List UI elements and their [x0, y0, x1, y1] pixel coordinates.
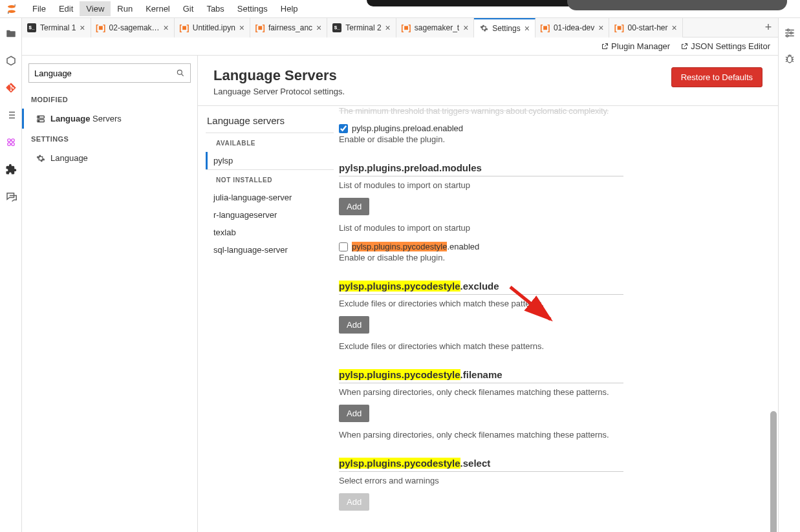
tab-untitled-ipyn[interactable]: [■]Untitled.ipyn×	[175, 18, 250, 37]
settings-search[interactable]	[28, 63, 191, 83]
terminal-icon: $_	[332, 23, 341, 32]
subnav-item-pylsp[interactable]: pylsp	[206, 152, 334, 169]
sidebar-item-label: Language	[50, 153, 88, 163]
pycodestyle-exclude-desc: Exclude files or directories which match…	[339, 299, 759, 308]
svg-point-11	[39, 116, 39, 117]
chat-icon[interactable]	[5, 190, 17, 203]
activity-bar-left	[0, 18, 22, 532]
section-modified: MODIFIED	[22, 89, 197, 109]
svg-point-12	[39, 120, 39, 121]
search-icon	[176, 69, 185, 78]
tab-terminal-1[interactable]: $_Terminal 1×	[22, 18, 91, 37]
truncated-text: The minimum threshold that triggers warn…	[334, 106, 759, 120]
svg-point-5	[11, 139, 14, 142]
svg-point-8	[177, 70, 182, 74]
svg-point-17	[787, 56, 792, 63]
close-icon[interactable]: ×	[239, 23, 244, 32]
folder-icon[interactable]	[5, 27, 17, 40]
close-icon[interactable]: ×	[524, 24, 530, 33]
add-button[interactable]: Add	[339, 493, 369, 511]
tab-02-sagemak-[interactable]: [■]02-sagemak…×	[91, 18, 175, 37]
extensions-icon[interactable]	[5, 163, 17, 176]
tab-sagemaker-t[interactable]: [■]sagemaker_t×	[396, 18, 475, 37]
menu-file[interactable]: File	[26, 1, 52, 16]
svg-point-6	[7, 143, 10, 146]
json-settings-editor-link[interactable]: JSON Settings Editor	[680, 41, 770, 51]
brain-icon[interactable]	[5, 136, 17, 149]
svg-point-15	[790, 32, 792, 34]
property-inspector-icon[interactable]	[784, 27, 795, 39]
tab-terminal-2[interactable]: $_Terminal 2×	[327, 18, 396, 37]
list-icon[interactable]	[5, 109, 17, 122]
preload-enabled-help: Enable or disable the plugin.	[339, 134, 759, 144]
settings-sidebar: MODIFIED Language Servers SETTINGS Langu…	[22, 56, 198, 532]
close-icon[interactable]: ×	[463, 23, 468, 32]
close-icon[interactable]: ×	[80, 23, 85, 32]
svg-point-7	[11, 143, 14, 146]
tab-label: sagemaker_t	[415, 23, 459, 32]
tab-settings[interactable]: Settings×	[474, 18, 535, 37]
svg-point-1	[8, 10, 16, 13]
menu-view[interactable]: View	[80, 1, 111, 16]
pycodestyle-filename-desc: When parsing directories, only check fil…	[339, 387, 759, 397]
server-icon	[36, 114, 45, 123]
tab-01-idea-dev[interactable]: [■]01-idea-dev×	[535, 18, 610, 37]
pycodestyle-enabled-row[interactable]: pylsp.plugins.pycodestyle.enabled	[339, 242, 759, 251]
subnav-item-texlab[interactable]: texlab	[206, 224, 334, 241]
close-icon[interactable]: ×	[598, 23, 603, 32]
svg-point-0	[8, 5, 16, 8]
preload-modules-desc2: List of modules to import on startup	[339, 223, 759, 233]
close-icon[interactable]: ×	[164, 23, 169, 32]
notebook-icon: [■]	[614, 23, 623, 32]
preload-enabled-row[interactable]: pylsp.plugins.preload.enabled	[339, 123, 759, 133]
sidebar-item-language[interactable]: Language	[22, 148, 197, 168]
plugin-manager-link[interactable]: Plugin Manager	[601, 41, 670, 51]
close-icon[interactable]: ×	[316, 23, 321, 32]
scrollbar-thumb[interactable]	[770, 411, 777, 532]
preload-enabled-label: pylsp.plugins.preload.enabled	[352, 123, 463, 133]
main-area: $_Terminal 1×[■]02-sagemak…×[■]Untitled.…	[22, 18, 778, 532]
preload-enabled-checkbox[interactable]	[339, 124, 348, 133]
app-root: FileEditViewRunKernelGitTabsSettingsHelp…	[0, 0, 800, 532]
pycodestyle-exclude-desc2: Exclude files or directories which match…	[339, 341, 759, 351]
subnav-notinstalled-head: NOT INSTALLED	[206, 170, 334, 189]
subnav-item-r-languageserver[interactable]: r-languageserver	[206, 206, 334, 224]
menu-settings[interactable]: Settings	[231, 1, 274, 16]
pycodestyle-filename-title: pylsp.plugins.pycodestyle.filename	[339, 369, 623, 383]
subnav-item-julia-language-server[interactable]: julia-language-server	[206, 189, 334, 206]
menu-git[interactable]: Git	[177, 1, 200, 16]
close-icon[interactable]: ×	[672, 23, 677, 32]
pycodestyle-enabled-checkbox[interactable]	[339, 242, 348, 251]
debug-icon[interactable]	[784, 53, 795, 65]
pycodestyle-exclude-title: pylsp.plugins.pycodestyle.exclude	[339, 281, 623, 295]
add-button[interactable]: Add	[339, 316, 369, 334]
new-tab-button[interactable]: +	[759, 21, 778, 34]
menu-run[interactable]: Run	[111, 1, 139, 16]
preload-modules-title: pylsp.plugins.preload.modules	[339, 162, 623, 176]
tab-label: fairness_anc	[268, 23, 312, 32]
subnav-item-sql-language-server[interactable]: sql-language-server	[206, 241, 334, 259]
menu-edit[interactable]: Edit	[52, 1, 80, 16]
menu-tabs[interactable]: Tabs	[200, 1, 230, 16]
tab-00-start-her[interactable]: [■]00-start-her×	[609, 18, 682, 37]
restore-defaults-button[interactable]: Restore to Defaults	[671, 67, 762, 87]
settings-form: The minimum threshold that triggers warn…	[334, 106, 778, 532]
tab-fairness-anc[interactable]: [■]fairness_anc×	[250, 18, 327, 37]
add-button[interactable]: Add	[339, 405, 369, 422]
background-window-ghost	[367, 0, 787, 6]
hexagon-icon[interactable]	[5, 54, 17, 67]
add-button[interactable]: Add	[339, 198, 369, 215]
pycodestyle-select-title: pylsp.plugins.pycodestyle.select	[339, 458, 623, 472]
menu-kernel[interactable]: Kernel	[139, 1, 177, 16]
tab-label: Terminal 1	[40, 23, 76, 32]
git-icon[interactable]	[5, 81, 17, 94]
svg-point-4	[7, 139, 10, 142]
settings-search-input[interactable]	[34, 69, 176, 78]
page-subtitle: Language Server Protocol settings.	[213, 87, 345, 96]
sidebar-item-language-servers[interactable]: Language Servers	[22, 109, 197, 129]
settings-content: MODIFIED Language Servers SETTINGS Langu…	[22, 56, 778, 532]
close-icon[interactable]: ×	[385, 23, 391, 32]
menu-help[interactable]: Help	[274, 1, 305, 16]
svg-point-16	[786, 35, 788, 37]
tab-label: 01-idea-dev	[554, 23, 594, 32]
